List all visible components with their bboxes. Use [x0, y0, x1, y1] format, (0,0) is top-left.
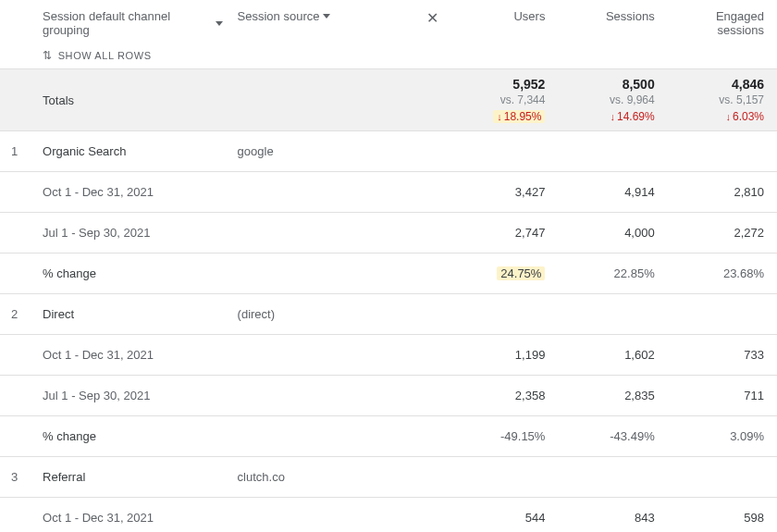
cell-sessions: 4,000 — [558, 213, 667, 254]
period-label: Oct 1 - Dec 31, 2021 — [35, 172, 449, 213]
channel-name: Direct — [35, 294, 230, 335]
row-index: 2 — [0, 294, 35, 335]
cell-users: 3,427 — [449, 172, 558, 213]
cell-users: 2,747 — [449, 213, 558, 254]
cell-sessions: 1,602 — [558, 335, 667, 376]
table-row-group[interactable]: 1Organic Searchgoogle — [0, 131, 777, 172]
cell-sessions: 2,835 — [558, 376, 667, 416]
cell-users: 544 — [449, 498, 558, 533]
table-row-change: % change-49.15%-43.49%3.09% — [0, 416, 777, 457]
cell-users-change: 24.75% — [449, 254, 558, 294]
source-name: google — [230, 131, 450, 172]
totals-users: 5,952 vs. 7,344 ↓18.95% — [449, 69, 558, 131]
change-label: % change — [35, 416, 449, 457]
cell-sessions: 4,914 — [558, 172, 667, 213]
cell-engaged: 711 — [668, 376, 777, 416]
col-header-source[interactable]: Session source — [230, 0, 415, 69]
totals-sessions: 8,500 vs. 9,964 ↓14.69% — [558, 69, 667, 131]
row-index: 1 — [0, 131, 35, 172]
col-header-channel[interactable]: Session default channel grouping ⇅ SHOW … — [35, 0, 230, 69]
table-row-period: Oct 1 - Dec 31, 20213,4274,9142,810 — [0, 172, 777, 213]
period-label: Jul 1 - Sep 30, 2021 — [35, 376, 449, 416]
channel-name: Referral — [35, 457, 230, 498]
col-header-users[interactable]: Users — [449, 0, 558, 69]
table-row-period: Jul 1 - Sep 30, 20212,7474,0002,272 — [0, 213, 777, 254]
cell-users: 2,358 — [449, 376, 558, 416]
remove-dimension-button[interactable]: ✕ — [415, 0, 449, 69]
table-row-period: Oct 1 - Dec 31, 20211,1991,602733 — [0, 335, 777, 376]
period-label: Oct 1 - Dec 31, 2021 — [35, 335, 449, 376]
caret-down-icon — [323, 14, 330, 19]
table-row-group[interactable]: 2Direct(direct) — [0, 294, 777, 335]
totals-label: Totals — [35, 69, 230, 131]
show-all-rows-button[interactable]: ⇅ SHOW ALL ROWS — [43, 50, 152, 61]
cell-engaged: 733 — [668, 335, 777, 376]
cell-users: 1,199 — [449, 335, 558, 376]
period-label: Jul 1 - Sep 30, 2021 — [35, 213, 449, 254]
table-row-change: % change24.75%22.85%23.68% — [0, 254, 777, 294]
source-name: clutch.co — [230, 457, 450, 498]
cell-sessions-change: -43.49% — [558, 416, 667, 457]
cell-engaged-change: 3.09% — [668, 416, 777, 457]
cell-engaged: 2,272 — [668, 213, 777, 254]
table-row-group[interactable]: 3Referralclutch.co — [0, 457, 777, 498]
cell-sessions: 843 — [558, 498, 667, 533]
channel-name: Organic Search — [35, 131, 230, 172]
table-row-period: Jul 1 - Sep 30, 20212,3582,835711 — [0, 376, 777, 416]
row-index: 3 — [0, 457, 35, 498]
expand-icon: ⇅ — [43, 50, 53, 61]
caret-down-icon — [216, 21, 223, 26]
totals-engaged: 4,846 vs. 5,157 ↓6.03% — [668, 69, 777, 131]
cell-engaged: 2,810 — [668, 172, 777, 213]
table-row-period: Oct 1 - Dec 31, 2021544843598 — [0, 498, 777, 533]
source-name: (direct) — [230, 294, 450, 335]
cell-sessions-change: 22.85% — [558, 254, 667, 294]
period-label: Oct 1 - Dec 31, 2021 — [35, 498, 449, 533]
cell-users-change: -49.15% — [449, 416, 558, 457]
col-header-engaged[interactable]: Engaged sessions — [668, 0, 777, 69]
close-icon: ✕ — [423, 9, 441, 27]
totals-row: Totals5,952 vs. 7,344 ↓18.95%8,500 vs. 9… — [0, 69, 777, 131]
change-label: % change — [35, 254, 449, 294]
cell-engaged: 598 — [668, 498, 777, 533]
col-header-sessions[interactable]: Sessions — [558, 0, 667, 69]
analytics-comparison-table: Session default channel grouping ⇅ SHOW … — [0, 0, 777, 532]
cell-engaged-change: 23.68% — [668, 254, 777, 294]
